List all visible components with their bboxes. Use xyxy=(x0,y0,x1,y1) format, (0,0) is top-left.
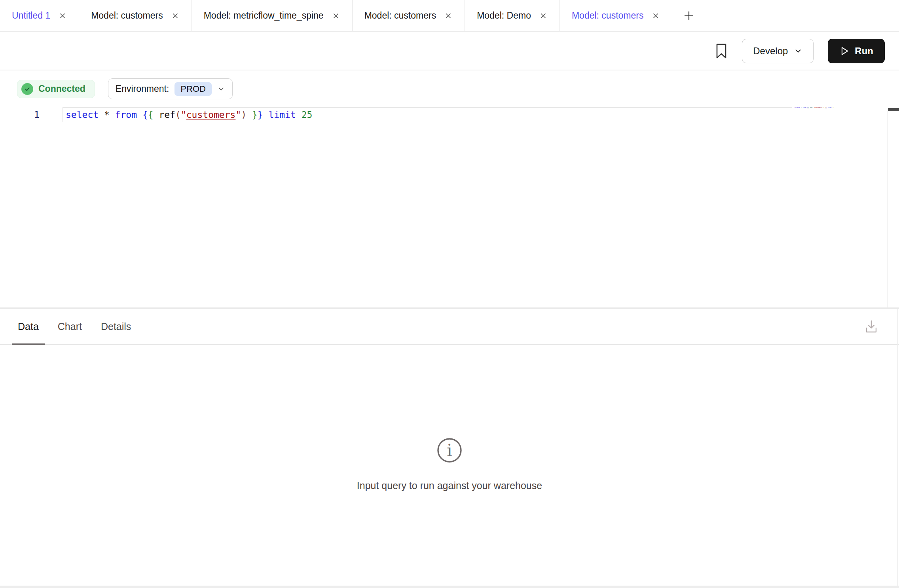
results-scrollbar-track xyxy=(897,309,898,586)
results-tab[interactable]: Data xyxy=(12,309,45,344)
develop-button-label: Develop xyxy=(753,46,788,57)
editor-tab[interactable]: Model: metricflow_time_spine xyxy=(192,0,352,31)
chevron-down-icon xyxy=(794,47,802,55)
editor-tab[interactable]: Model: customers xyxy=(79,0,192,31)
tab-label: Model: Demo xyxy=(477,10,531,21)
connection-status-badge: Connected xyxy=(17,80,95,98)
empty-state-message: Input query to run against your warehous… xyxy=(357,480,542,491)
close-icon[interactable] xyxy=(171,11,180,20)
results-tab-label: Data xyxy=(18,321,39,332)
results-empty-state: i Input query to run against your wareho… xyxy=(0,345,899,491)
tab-bar: Untitled 1 Model: customers Model: metri… xyxy=(0,0,899,32)
sql-editor: Connected Environment: PROD 1 select * f… xyxy=(0,70,899,307)
info-icon: i xyxy=(436,437,463,463)
tab-label: Model: customers xyxy=(572,10,644,21)
download-icon[interactable] xyxy=(864,319,878,334)
results-tab[interactable]: Details xyxy=(95,309,137,344)
svg-text:i: i xyxy=(447,441,452,460)
chevron-down-icon xyxy=(217,85,225,93)
editor-tab[interactable]: Model: customers xyxy=(352,0,465,31)
bottom-scrollbar-track xyxy=(0,586,899,588)
environment-label: Environment: xyxy=(116,83,169,94)
environment-value-badge: PROD xyxy=(174,82,212,96)
editor-tab[interactable]: Model: Demo xyxy=(465,0,560,31)
tab-label: Model: customers xyxy=(91,10,163,21)
develop-button[interactable]: Develop xyxy=(742,39,814,63)
toolbar: Develop Run xyxy=(0,32,899,70)
results-panel: Data Chart Details i Input query to run … xyxy=(0,309,899,588)
results-tab-label: Details xyxy=(101,321,131,332)
code-text: select * from {{ ref("customers") }} lim… xyxy=(66,110,312,120)
editor-status-row: Connected Environment: PROD xyxy=(17,78,233,99)
scrollbar-thumb[interactable] xyxy=(888,108,899,111)
results-tab-label: Chart xyxy=(58,321,82,332)
close-icon[interactable] xyxy=(332,11,340,20)
app-window: Untitled 1 Model: customers Model: metri… xyxy=(0,0,899,588)
editor-tab[interactable]: Untitled 1 xyxy=(0,0,79,31)
connection-status-label: Connected xyxy=(38,83,85,94)
line-number: 1 xyxy=(34,107,40,122)
play-icon xyxy=(839,46,850,56)
editor-tab[interactable]: Model: customers xyxy=(560,0,672,31)
run-button[interactable]: Run xyxy=(828,39,885,63)
tab-label: Untitled 1 xyxy=(12,10,50,21)
close-icon[interactable] xyxy=(651,11,660,20)
tab-label: Model: metricflow_time_spine xyxy=(204,10,324,21)
environment-selector[interactable]: Environment: PROD xyxy=(108,78,233,99)
close-icon[interactable] xyxy=(444,11,453,20)
editor-scrollbar[interactable] xyxy=(888,108,899,307)
plus-icon xyxy=(683,10,695,22)
close-icon[interactable] xyxy=(58,11,67,20)
minimap: select * from {{ ref("customers") }} lim… xyxy=(795,104,834,113)
tab-label: Model: customers xyxy=(364,10,436,21)
results-tab-bar: Data Chart Details xyxy=(0,309,899,345)
new-tab-button[interactable] xyxy=(672,0,706,31)
check-icon xyxy=(21,83,33,95)
bookmark-icon[interactable] xyxy=(715,43,728,59)
code-line[interactable]: select * from {{ ref("customers") }} lim… xyxy=(63,107,792,122)
close-icon[interactable] xyxy=(539,11,548,20)
run-button-label: Run xyxy=(855,46,873,57)
results-tab[interactable]: Chart xyxy=(52,309,88,344)
